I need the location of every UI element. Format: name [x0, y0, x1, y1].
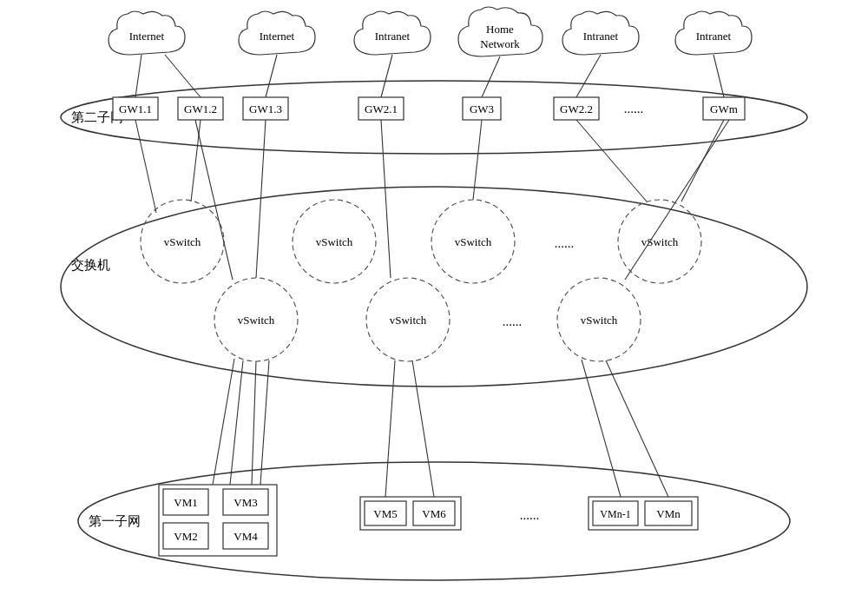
vmn-label: VMn: [656, 507, 681, 520]
main-diagram-svg: Internet Internet Intranet Home Network …: [0, 0, 868, 608]
cloud-intranet-3: Intranet: [675, 11, 752, 55]
line-gwm-vs7: [625, 120, 729, 280]
gw21-label: GW2.1: [365, 102, 398, 116]
vswitch-6-label: vSwitch: [390, 314, 427, 327]
line-vs5-vm1: [213, 359, 234, 485]
vswitch-7-label: vSwitch: [581, 314, 618, 327]
svg-text:Internet: Internet: [129, 30, 165, 43]
vmn1-label: VMn-1: [600, 508, 630, 520]
vm6-label: VM6: [422, 507, 446, 520]
gw-dots: ......: [624, 102, 644, 116]
svg-text:Intranet: Intranet: [583, 30, 619, 43]
cloud-internet-2: Internet: [239, 11, 315, 55]
vm-dots: ......: [520, 508, 540, 522]
gw12-label: GW1.2: [184, 102, 217, 116]
line-vs6-vm5: [385, 360, 395, 497]
subnet2-ellipse: [61, 81, 807, 154]
svg-text:Intranet: Intranet: [696, 30, 732, 43]
line-gw12-vs5: [195, 120, 233, 280]
vswitch-3-label: vSwitch: [455, 235, 492, 248]
cloud-home-network: Home Network: [458, 7, 542, 56]
gw22-label: GW2.2: [560, 102, 593, 116]
cloud-internet-1: Internet: [108, 11, 185, 55]
vm1-label: VM1: [174, 496, 197, 509]
switch-ellipse: [61, 187, 807, 387]
svg-text:Intranet: Intranet: [375, 30, 411, 43]
line-vs5-vm3: [252, 361, 256, 485]
diagram: Internet Internet Intranet Home Network …: [0, 0, 868, 608]
vswitch-1-label: vSwitch: [164, 235, 201, 248]
line-vs6-vm6: [412, 360, 434, 497]
cloud-intranet-1: Intranet: [354, 11, 431, 55]
line-cloud5-gw22: [576, 55, 601, 97]
gw13-label: GW1.3: [249, 102, 282, 116]
line-cloud6-gwm: [713, 55, 724, 97]
vswitch-2-label: vSwitch: [316, 235, 353, 248]
gw11-label: GW1.1: [119, 102, 152, 116]
subnet1-label: 第一子网: [89, 514, 141, 528]
line-cloud4-gw3: [482, 56, 500, 97]
svg-text:Internet: Internet: [260, 30, 295, 43]
line-gw11-vs1: [135, 120, 156, 213]
svg-text:Home: Home: [486, 23, 514, 36]
vswitch-row2-dots: ......: [503, 314, 523, 328]
vm2-label: VM2: [174, 530, 197, 543]
vswitch-5-label: vSwitch: [238, 314, 275, 327]
line-cloud2-gw13: [266, 55, 277, 97]
line-vs5-vm4: [260, 360, 269, 485]
gw3-label: GW3: [470, 102, 494, 116]
vm3-label: VM3: [233, 496, 257, 509]
vm5-label: VM5: [373, 507, 397, 520]
switch-label: 交换机: [71, 258, 110, 272]
cloud-intranet-2: Intranet: [562, 11, 639, 55]
line-vs5-vm2: [230, 360, 243, 485]
line-cloud3-gw21: [381, 55, 392, 97]
vm4-label: VM4: [233, 530, 258, 543]
gwm-label: GWm: [710, 102, 738, 116]
svg-text:Network: Network: [480, 37, 520, 50]
line-gw22-vs4: [576, 120, 647, 202]
line-gw21-vs6: [381, 120, 391, 278]
line-cloud1-gw11: [135, 55, 141, 97]
vswitch-row1-dots: ......: [555, 236, 575, 250]
line-gw12-vs1: [191, 120, 201, 202]
